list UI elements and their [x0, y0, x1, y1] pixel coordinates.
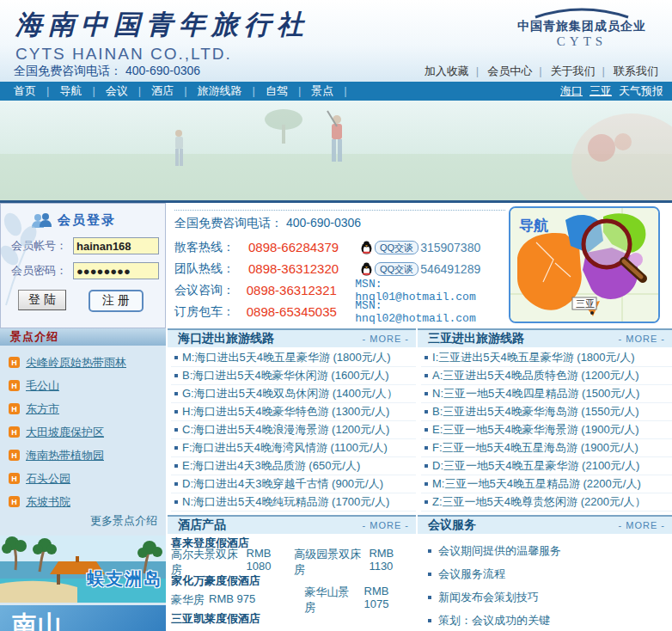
meeting-service-item[interactable]: 会议期间提供的温馨服务: [425, 539, 672, 562]
route-item-label: H:海口进出5天4晚豪华特色游 (1300元/人): [182, 404, 389, 420]
meetings-title: 会议服务: [428, 518, 476, 533]
route-item[interactable]: F:海口进出5天4晚海湾风情游 (1100元/人): [171, 439, 416, 457]
sanya-routes-list: I:三亚进出5天4晚五星豪华游 (1800元/人) A:三亚进出5天4晚品质特色…: [418, 347, 672, 512]
room-name: 高级园景双床房: [294, 547, 364, 578]
quick-link[interactable]: 加入收藏: [421, 64, 473, 79]
h-badge-icon: H: [9, 380, 20, 391]
route-item-label: B:三亚进出5天4晚豪华海岛游 (1550元/人): [432, 404, 639, 420]
qq-chat-button[interactable]: QQ交谈 315907380: [360, 241, 480, 254]
brand-block: 海南中国青年旅行社 CYTS HAINAN CO.,LTD.: [15, 7, 309, 64]
scenic-item[interactable]: H 海南热带植物园: [9, 444, 166, 467]
route-item-label: G:海口进出5天4晚双岛休闲游 (1400元/人）: [182, 386, 398, 401]
account-input[interactable]: [73, 237, 159, 254]
room-price: RMB 1130: [369, 547, 416, 578]
nav-item[interactable]: 自驾: [260, 83, 306, 99]
hotel-room-row: 豪华房 RMB 975 豪华山景房 RMB 1075: [168, 591, 416, 610]
quick-link[interactable]: 联系我们: [599, 64, 662, 79]
hainan-map-nav[interactable]: 三亚 导航: [509, 206, 660, 323]
route-item[interactable]: D:三亚一地5天4晚五星豪华游 (2100元/人): [421, 457, 672, 475]
weather-link-sanya[interactable]: 三亚: [590, 83, 612, 99]
nav-item[interactable]: 旅游线路: [192, 83, 260, 99]
scenic-item[interactable]: H 东方市: [9, 397, 166, 420]
route-item[interactable]: I:三亚进出5天4晚五星豪华游 (1800元/人): [421, 349, 672, 367]
route-item[interactable]: N:海口进出5天4晚纯玩精品游 (1700元/人): [171, 493, 416, 512]
member-login-panel: 会员登录 会员帐号： 会员密码： 登 陆 注 册: [0, 203, 166, 328]
hainan-map-image: 三亚 导航: [510, 208, 658, 322]
route-item[interactable]: H:海口进出5天4晚豪华特色游 (1300元/人): [171, 403, 416, 421]
qq-penguin-icon: [360, 241, 373, 254]
sanya-routes-title: 三亚进出旅游线路: [428, 331, 524, 346]
nav-item[interactable]: 导航: [54, 83, 100, 99]
route-item[interactable]: E:海口进出4天3晚品质游 (650元/人): [171, 457, 416, 475]
scenic-item[interactable]: H 大田坡鹿保护区: [9, 420, 166, 444]
register-button[interactable]: 注 册: [89, 290, 144, 312]
quick-link-label: 关于我们: [551, 64, 596, 77]
route-item[interactable]: Z:三亚一地5天4晚尊贵悠闲游 (2200元/人）: [421, 493, 672, 512]
quick-link[interactable]: 关于我们: [535, 64, 598, 79]
nav-item-label: 自驾: [266, 84, 288, 97]
quick-link-label: 联系我们: [614, 64, 658, 77]
scenic-item[interactable]: H 东坡书院: [9, 490, 166, 513]
sidebar-column: 景点介绍 H 尖峰岭原始热带雨林 H 毛公山 H 东方市 H 大田坡鹿保护区 H…: [0, 328, 166, 628]
route-item-label: I:三亚进出5天4晚五星豪华游 (1800元/人): [432, 350, 635, 365]
scenic-section-header: 景点介绍: [0, 328, 166, 346]
route-item[interactable]: B:三亚进出5天4晚豪华海岛游 (1550元/人): [421, 403, 672, 421]
meeting-service-item[interactable]: 策划：会议成功的关键: [425, 609, 672, 631]
nav-item-label: 会议: [106, 84, 128, 97]
route-item[interactable]: A:三亚进出5天4晚品质特色游 (1200元/人): [421, 367, 672, 385]
nav-item[interactable]: 会议: [101, 83, 146, 99]
nav-item[interactable]: 酒店: [146, 83, 192, 99]
meetings-more-link[interactable]: - MORE -: [619, 520, 665, 530]
nanshan-photo[interactable]: 南山: [0, 605, 166, 631]
hotels-more-link[interactable]: - MORE -: [363, 520, 409, 530]
h-badge-icon: H: [9, 450, 20, 461]
route-item-label: E:海口进出4天3晚品质游 (650元/人): [182, 458, 360, 474]
haikou-routes-more-link[interactable]: - MORE -: [363, 334, 409, 344]
weather-label: 天气预报: [619, 83, 663, 99]
hotline-label: 团队热线：: [174, 261, 248, 277]
route-item[interactable]: D:海口进出4天3晚穿越千古情 (900元/人): [171, 475, 416, 493]
meeting-service-item[interactable]: 新闻发布会策划技巧: [425, 585, 672, 609]
route-item[interactable]: B:海口进出5天4晚豪华休闲游 (1600元/人): [171, 367, 416, 385]
route-item[interactable]: M:海口进出5天4晚五星豪华游 (1800元/人): [171, 349, 416, 367]
route-item[interactable]: F:三亚一地5天4晚五星海岛游 (1900元/人): [421, 439, 672, 457]
route-item[interactable]: G:海口进出5天4晚双岛休闲游 (1400元/人）: [171, 385, 416, 403]
quick-link-label: 会员中心: [487, 64, 532, 77]
top-content-row: 会员登录 会员帐号： 会员密码： 登 陆 注 册 全国免费咨询电话： 400-6…: [0, 203, 672, 328]
scenic-item-label: 石头公园: [26, 471, 70, 487]
wuzhizhou-island-photo[interactable]: 蜈支洲岛: [0, 536, 166, 603]
scenic-item[interactable]: H 石头公园: [9, 467, 166, 490]
route-item[interactable]: M:三亚一地5天4晚五星精品游 (2200元/人): [421, 475, 672, 493]
leaf-decoration-icon: [1, 211, 40, 314]
golf-banner-image: [0, 101, 672, 203]
scenic-item-label: 海南热带植物园: [26, 448, 104, 463]
hotline-number: 0898-65345035: [247, 304, 356, 319]
room-price: RMB 975: [209, 592, 255, 608]
quick-link[interactable]: 会员中心: [473, 64, 535, 79]
route-item[interactable]: N:三亚一地5天4晚四星精品游 (1500元/人): [421, 385, 672, 403]
nav-item-label: 旅游线路: [198, 84, 242, 97]
scenic-item-label: 大田坡鹿保护区: [26, 425, 104, 440]
weather-links: 海口 三亚 天气预报: [560, 83, 663, 99]
page: 海南中国青年旅行社 CYTS HAINAN CO.,LTD. 中国青旅集团成员企…: [0, 0, 672, 631]
weather-link-haikou[interactable]: 海口: [560, 83, 583, 99]
meeting-service-item[interactable]: 会议服务流程: [425, 562, 672, 585]
bullet-icon: [174, 410, 178, 414]
scenic-more-link[interactable]: 更多景点介绍: [0, 513, 166, 529]
qq-number: 546491289: [420, 262, 480, 276]
qq-chat-button[interactable]: QQ交谈 546491289: [360, 262, 480, 276]
scenic-item[interactable]: H 毛公山: [9, 374, 166, 397]
nav-item[interactable]: 首页: [9, 83, 54, 99]
route-item[interactable]: E:三亚一地5天4晚豪华海景游 (1900元/人): [421, 421, 672, 439]
password-input[interactable]: [73, 262, 159, 279]
bullet-icon: [428, 573, 431, 576]
nav-item[interactable]: 景点: [306, 83, 351, 99]
header: 海南中国青年旅行社 CYTS HAINAN CO.,LTD. 中国青旅集团成员企…: [0, 0, 672, 82]
bullet-icon: [174, 446, 178, 450]
sanya-routes-more-link[interactable]: - MORE -: [619, 334, 665, 344]
room-price: RMB 1075: [364, 585, 416, 616]
route-item-label: B:海口进出5天4晚豪华休闲游 (1600元/人): [182, 368, 389, 383]
hotels-title: 酒店产品: [178, 518, 226, 533]
scenic-item[interactable]: H 尖峰岭原始热带雨林: [9, 351, 166, 374]
route-item[interactable]: C:海口进出5天4晚浪漫海景游 (1200元/人): [171, 421, 416, 439]
